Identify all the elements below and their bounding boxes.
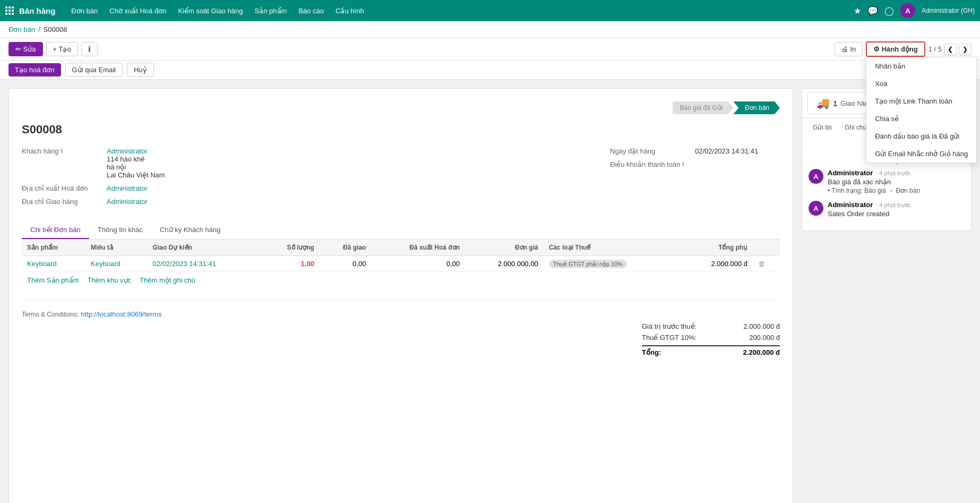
dieu-khoan-field: Điều khoản thanh toán ℹ — [610, 160, 780, 168]
menu-kiem-soat[interactable]: Kiểm soát Giao hàng — [173, 5, 248, 17]
create-button[interactable]: + Tạo — [46, 42, 78, 56]
cell-delete[interactable]: 🗑 — [753, 256, 780, 272]
cell-giao-du-kien[interactable]: 02/02/2023 14:31:41 — [148, 256, 261, 272]
menu-item-tao-link[interactable]: Tạo một Link Thanh toán — [866, 92, 976, 110]
tong-label: Tổng: — [642, 348, 661, 356]
add-ghi-chu-link[interactable]: Thêm một ghi chú — [140, 276, 195, 284]
user-name[interactable]: Administrator (GH) — [922, 7, 975, 14]
menu-item-gui-email[interactable]: Gửi Email Nhắc nhở Giỏ hàng — [866, 145, 976, 163]
cell-mieu-ta[interactable]: Keyboard — [85, 256, 147, 272]
tax-badge[interactable]: Thuế GTGT phải nộp 10% — [549, 260, 627, 268]
step-don-ban[interactable]: Đơn bán — [733, 101, 780, 114]
thue-gtgt-value: 200.000 đ — [749, 334, 780, 342]
cell-cac-loai-thue: Thuế GTGT phải nộp 10% — [544, 256, 681, 272]
dia-chi-xuat-hoa-don-field: Địa chỉ xuất Hoá đơn Administrator — [22, 184, 610, 192]
menu-cho-xuat[interactable]: Chờ xuất Hoá đơn — [104, 5, 171, 17]
tab-chu-ky[interactable]: Chữ ký Khách hàng — [151, 221, 229, 239]
cell-so-luong[interactable]: 1,00 — [261, 256, 320, 272]
ngay-dat-hang-field: Ngày đặt hàng 02/02/2023 14:31:41 — [610, 147, 780, 155]
khach-hang-addr3: Lai Châu Việt Nam — [107, 171, 165, 179]
order-table: Sản phẩm Miêu tả Giao Dự kiến Số lượng Đ… — [22, 240, 780, 272]
add-row: Thêm Sản phẩm Thêm khu vực Thêm một ghi … — [22, 272, 780, 288]
col-don-gia: Đơn giá — [465, 240, 544, 256]
app-name: Bán hàng — [19, 6, 55, 15]
menu-san-pham[interactable]: Sản phẩm — [250, 5, 293, 17]
msg-text-0: Báo giá đã xác nhận — [828, 178, 965, 186]
add-khu-vuc-link[interactable]: Thêm khu vực — [88, 276, 131, 284]
msg-author-1: Administrator — [828, 201, 873, 209]
chat-icon[interactable]: 💬 — [867, 6, 878, 16]
terms-link[interactable]: http://localhost:8069/terms — [81, 310, 161, 318]
huy-button[interactable]: Huỷ — [127, 63, 154, 77]
thue-gtgt-label: Thuế GTGT 10%: — [642, 334, 697, 342]
menu-bao-cao[interactable]: Báo cáo — [293, 5, 329, 17]
msg-content-1: Administrator · 4 phút trước Sales Order… — [828, 201, 965, 218]
msg-time-0: · 4 phút trước — [876, 170, 911, 177]
gui-qua-email-button[interactable]: Gửi qua Email — [65, 63, 123, 77]
tab-gui-tin[interactable]: Gửi tin — [807, 122, 837, 133]
prev-page-button[interactable]: ❮ — [944, 44, 957, 55]
cell-san-pham[interactable]: Keyboard — [22, 256, 85, 272]
star-icon[interactable]: ★ — [854, 6, 861, 16]
menu-item-danh-dau[interactable]: Đánh dấu báo giá là Đã gửi — [866, 127, 976, 145]
content-panel: Báo giá đã Gửi Đơn bán S00008 Khách hàng… — [8, 88, 793, 503]
action-dropdown-menu: Nhân bản Xoá Tạo một Link Thanh toán Chi… — [866, 57, 977, 163]
chatter-message-1: A Administrator · 4 phút trước Sales Ord… — [809, 201, 965, 218]
action-button[interactable]: ⚙ Hành động — [866, 41, 925, 57]
tao-hoadon-button[interactable]: Tạo hoá đơn — [8, 63, 61, 76]
table-row: Keyboard Keyboard 02/02/2023 14:31:41 1,… — [22, 256, 780, 272]
dieu-khoan-label: Điều khoản thanh toán ℹ — [610, 160, 695, 168]
fields-right: Ngày đặt hàng 02/02/2023 14:31:41 Điều k… — [610, 147, 780, 211]
dia-chi-giao-value[interactable]: Administrator — [107, 198, 148, 206]
cell-don-gia[interactable]: 2.000.000,00 — [465, 256, 544, 272]
terms-section: Terms & Conditions: http://localhost:806… — [22, 310, 161, 318]
col-tong-phu: Tổng phụ — [681, 240, 753, 256]
col-mieu-ta: Miêu tả — [85, 240, 147, 256]
khach-hang-label: Khách hàng ℹ — [22, 147, 107, 155]
tab-thong-tin[interactable]: Thông tin khác — [89, 221, 151, 239]
ngay-dat-hang-label: Ngày đặt hàng — [610, 147, 695, 155]
breadcrumb-parent[interactable]: Đơn bán — [8, 25, 35, 33]
menu-item-nhan-ban[interactable]: Nhân bản — [866, 57, 976, 75]
ngay-dat-hang-value: 02/02/2023 14:31:41 — [695, 147, 758, 155]
avatar-0: A — [809, 169, 823, 184]
dia-chi-xuat-value[interactable]: Administrator — [107, 184, 148, 192]
tong-value: 2.200.000 đ — [743, 348, 780, 356]
detail-tabs: Chi tiết Đơn bán Thông tin khác Chữ ký K… — [22, 221, 780, 240]
khach-hang-value: Administrator 114 hào khê hà nội Lai Châ… — [107, 147, 165, 179]
menu-cau-hinh[interactable]: Cấu hình — [330, 5, 369, 17]
khach-hang-name[interactable]: Administrator — [107, 147, 165, 155]
breadcrumb-current: S00008 — [44, 25, 67, 33]
menu-don-ban[interactable]: Đơn bán — [66, 5, 103, 17]
top-navigation: Bán hàng Đơn bán Chờ xuất Hoá đơn Kiểm s… — [0, 0, 980, 21]
fields-left: Khách hàng ℹ Administrator 114 hào khê h… — [22, 147, 610, 211]
avatar-1: A — [809, 201, 823, 216]
avatar[interactable]: A — [900, 3, 915, 18]
msg-content-0: Administrator · 4 phút trước Báo giá đã … — [828, 169, 965, 194]
col-actions — [753, 240, 780, 256]
col-da-giao: Đã giao — [320, 240, 372, 256]
khach-hang-info-icon[interactable]: ℹ — [61, 148, 63, 155]
app-grid-icon[interactable] — [5, 6, 14, 15]
menu-item-chia-se[interactable]: Chia sẻ — [866, 110, 976, 127]
gia-tri-truoc-thue-label: Giá trị trước thuế: — [642, 322, 697, 330]
edit-button[interactable]: ✏ Sửa — [8, 42, 43, 56]
menu-item-xoa[interactable]: Xoá — [866, 75, 976, 92]
info-button[interactable]: ℹ — [81, 42, 98, 56]
clock-icon[interactable]: ◯ — [884, 6, 894, 16]
khach-hang-addr2: hà nội — [107, 163, 165, 171]
page-info: 1 / 5 — [929, 45, 942, 53]
truck-icon: 🚚 — [816, 97, 830, 109]
msg-author-0: Administrator — [828, 169, 873, 177]
dia-chi-giao-hang-field: Địa chỉ Giao hàng Administrator — [22, 198, 610, 206]
toolbar: ✏ Sửa + Tạo ℹ 🖨 In ⚙ Hành động Nhân bản … — [0, 38, 980, 61]
cell-da-xuat: 0,00 — [371, 256, 465, 272]
page-navigation: 1 / 5 ❮ ❯ — [929, 44, 972, 55]
print-button[interactable]: 🖨 In — [835, 42, 863, 56]
next-page-button[interactable]: ❯ — [959, 44, 972, 55]
gia-tri-truoc-thue-value: 2.000.000 đ — [743, 322, 780, 330]
step-bao-gia[interactable]: Báo giá đã Gửi — [673, 101, 734, 114]
tab-chi-tiet[interactable]: Chi tiết Đơn bán — [22, 221, 89, 239]
dieu-khoan-info-icon[interactable]: ℹ — [682, 161, 684, 168]
add-san-pham-link[interactable]: Thêm Sản phẩm — [27, 276, 79, 284]
